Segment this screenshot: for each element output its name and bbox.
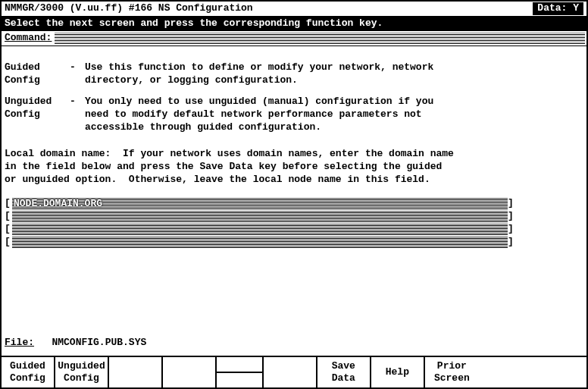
title-text: NMMGR/3000 (V.uu.ff) #166 NS Configurati… — [5, 2, 253, 15]
command-label: Command: — [2, 31, 55, 45]
body: Guided Config - Use this function to def… — [2, 46, 586, 252]
unguided-text: You only need to use unguided (manual) c… — [85, 96, 583, 134]
f8-prior-screen[interactable]: Prior Screen — [425, 357, 479, 387]
f1-guided-config[interactable]: Guided Config — [2, 357, 55, 387]
f4-blank[interactable] — [163, 357, 217, 387]
app-window: NMMGR/3000 (V.uu.ff) #166 NS Configurati… — [0, 0, 588, 389]
domain-input-3[interactable] — [12, 224, 508, 235]
unguided-section: Unguided Config - You only need to use u… — [5, 96, 583, 134]
command-input[interactable] — [55, 32, 585, 44]
guided-label: Guided Config — [5, 61, 70, 87]
domain-input-4[interactable] — [12, 237, 508, 248]
domain-input-1[interactable]: NODE.DOMAIN.ORG — [12, 198, 508, 209]
domain-instructions: Local domain name: If your network uses … — [5, 148, 583, 187]
f7-help[interactable]: Help — [371, 357, 425, 387]
f6-save-data[interactable]: Save Data — [317, 357, 371, 387]
domain-input-2[interactable] — [12, 211, 508, 222]
file-value: NMCONFIG.PUB.SYS — [52, 337, 146, 348]
file-row: File: NMCONFIG.PUB.SYS — [5, 337, 146, 350]
domain-fields: [ NODE.DOMAIN.ORG ] [ ] [ ] [ ] — [5, 197, 583, 249]
f3-blank[interactable] — [109, 357, 163, 387]
title-bar: NMMGR/3000 (V.uu.ff) #166 NS Configurati… — [2, 2, 586, 17]
unguided-label: Unguided Config — [5, 96, 70, 134]
file-label: File: — [5, 337, 34, 348]
guided-text: Use this function to define or modify yo… — [85, 61, 583, 87]
f5-blank[interactable] — [264, 357, 317, 387]
instruction-bar: Select the next screen and press the cor… — [2, 17, 586, 31]
guided-section: Guided Config - Use this function to def… — [5, 61, 583, 87]
f2-unguided-config[interactable]: Unguided Config — [55, 357, 109, 387]
fkey-gap — [217, 357, 264, 387]
command-row: Command: — [2, 31, 586, 46]
data-indicator: Data: Y — [533, 2, 583, 15]
function-keys: Guided Config Unguided Config Save Data … — [2, 356, 586, 387]
